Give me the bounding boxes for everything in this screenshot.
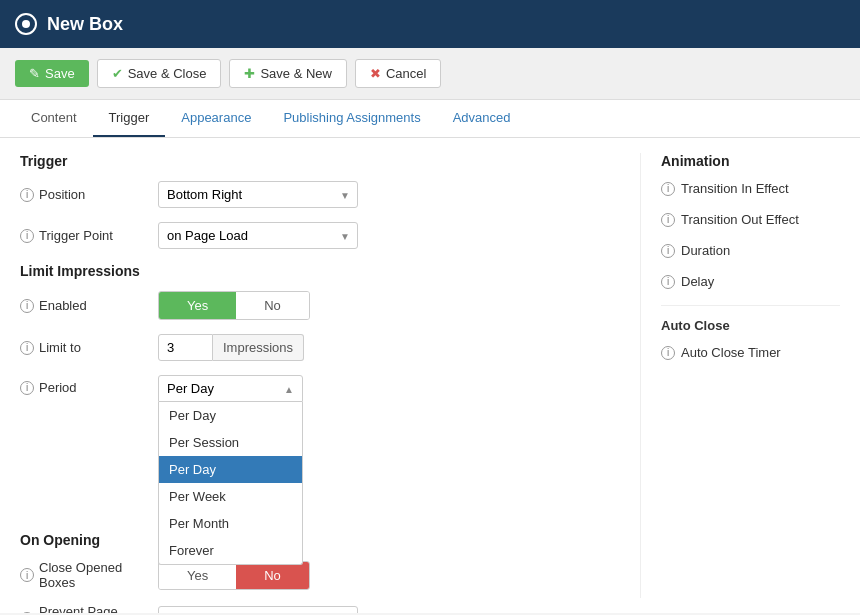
transition-out-label: Transition Out Effect: [681, 212, 799, 227]
save-icon: ✎: [29, 66, 40, 81]
position-select-wrapper: Bottom Right Bottom Left Top Right Top L…: [158, 181, 358, 208]
transition-in-row: i Transition In Effect: [661, 181, 840, 196]
save-new-button[interactable]: ✚ Save & New: [229, 59, 347, 88]
close-opened-yes-button[interactable]: Yes: [159, 562, 236, 589]
main-content: Trigger i Position Bottom Right Bottom L…: [0, 138, 860, 613]
period-option-forever[interactable]: Forever: [159, 537, 302, 564]
position-label: i Position: [20, 187, 150, 202]
period-info-icon[interactable]: i: [20, 381, 34, 395]
delay-label: Delay: [681, 274, 714, 289]
duration-label: Duration: [681, 243, 730, 258]
save-button[interactable]: ✎ Save: [15, 60, 89, 87]
page-title: New Box: [47, 14, 123, 35]
limit-to-input[interactable]: [158, 334, 213, 361]
trigger-point-select-wrapper: on Page Load on Exit Intent on Scroll on…: [158, 222, 358, 249]
transition-out-row: i Transition Out Effect: [661, 212, 840, 227]
cancel-button[interactable]: ✖ Cancel: [355, 59, 441, 88]
enabled-yes-button[interactable]: Yes: [159, 292, 236, 319]
app-icon: [15, 13, 37, 35]
auto-close-title: Auto Close: [661, 318, 840, 333]
cancel-icon: ✖: [370, 66, 381, 81]
position-info-icon[interactable]: i: [20, 188, 34, 202]
trigger-point-row: i Trigger Point on Page Load on Exit Int…: [20, 222, 610, 249]
prevent-scroll-label: i Prevent Page Scrolling: [20, 604, 150, 613]
prevent-scroll-row: i Prevent Page Scrolling Use Global Yes …: [20, 604, 610, 613]
delay-info-icon[interactable]: i: [661, 275, 675, 289]
transition-in-info-icon[interactable]: i: [661, 182, 675, 196]
on-opening-title: On Opening: [20, 532, 610, 548]
tab-advanced[interactable]: Advanced: [437, 100, 527, 137]
position-select[interactable]: Bottom Right Bottom Left Top Right Top L…: [158, 181, 358, 208]
period-option-per-day-1[interactable]: Per Day: [159, 402, 302, 429]
auto-close-timer-row: i Auto Close Timer: [661, 345, 840, 360]
enabled-toggle: Yes No: [158, 291, 310, 320]
trigger-point-info-icon[interactable]: i: [20, 229, 34, 243]
panel-divider: [661, 305, 840, 306]
tab-publishing[interactable]: Publishing Assignments: [267, 100, 436, 137]
close-opened-info-icon[interactable]: i: [20, 568, 34, 582]
delay-row: i Delay: [661, 274, 840, 289]
period-row: i Period Per Day ▲ Per Day Per Session P…: [20, 375, 610, 402]
animation-panel: Animation i Transition In Effect i Trans…: [640, 153, 840, 598]
limit-to-row: i Limit to Impressions: [20, 334, 610, 361]
prevent-scroll-select[interactable]: Use Global Yes No: [158, 606, 358, 614]
duration-row: i Duration: [661, 243, 840, 258]
tab-appearance[interactable]: Appearance: [165, 100, 267, 137]
prevent-scroll-select-wrapper: Use Global Yes No ▼: [158, 606, 358, 614]
period-option-per-day-2[interactable]: Per Day: [159, 456, 302, 483]
trigger-panel: Trigger i Position Bottom Right Bottom L…: [20, 153, 640, 598]
save-close-button[interactable]: ✔ Save & Close: [97, 59, 222, 88]
trigger-section-title: Trigger: [20, 153, 610, 169]
period-dropdown-display[interactable]: Per Day ▲: [158, 375, 303, 402]
transition-out-info-icon[interactable]: i: [661, 213, 675, 227]
period-option-per-week[interactable]: Per Week: [159, 483, 302, 510]
app-header: New Box: [0, 0, 860, 48]
period-dropdown-arrow: ▲: [284, 383, 294, 394]
enabled-row: i Enabled Yes No: [20, 291, 610, 320]
checkmark-icon: ✔: [112, 66, 123, 81]
enabled-no-button[interactable]: No: [236, 292, 309, 319]
enabled-info-icon[interactable]: i: [20, 299, 34, 313]
limit-to-info-icon[interactable]: i: [20, 341, 34, 355]
prevent-scroll-info-icon[interactable]: i: [20, 612, 34, 613]
close-opened-row: i Close Opened Boxes Yes No: [20, 560, 610, 590]
period-dropdown-wrapper: Per Day ▲ Per Day Per Session Per Day Pe…: [158, 375, 303, 402]
toolbar: ✎ Save ✔ Save & Close ✚ Save & New ✖ Can…: [0, 48, 860, 100]
tab-content[interactable]: Content: [15, 100, 93, 137]
trigger-point-select[interactable]: on Page Load on Exit Intent on Scroll on…: [158, 222, 358, 249]
period-dropdown-list: Per Day Per Session Per Day Per Week Per…: [158, 402, 303, 565]
plus-icon: ✚: [244, 66, 255, 81]
period-selected-value: Per Day: [167, 381, 214, 396]
trigger-point-label: i Trigger Point: [20, 228, 150, 243]
period-option-per-month[interactable]: Per Month: [159, 510, 302, 537]
limit-to-label: i Limit to: [20, 340, 150, 355]
tab-bar: Content Trigger Appearance Publishing As…: [0, 100, 860, 138]
period-label: i Period: [20, 375, 150, 395]
impressions-suffix: Impressions: [213, 334, 304, 361]
close-opened-no-button[interactable]: No: [236, 562, 309, 589]
position-row: i Position Bottom Right Bottom Left Top …: [20, 181, 610, 208]
close-opened-label: i Close Opened Boxes: [20, 560, 150, 590]
animation-section-title: Animation: [661, 153, 840, 169]
auto-close-timer-info-icon[interactable]: i: [661, 346, 675, 360]
auto-close-timer-label: Auto Close Timer: [681, 345, 781, 360]
enabled-label: i Enabled: [20, 298, 150, 313]
tab-trigger[interactable]: Trigger: [93, 100, 166, 137]
limit-to-group: Impressions: [158, 334, 304, 361]
period-option-per-session[interactable]: Per Session: [159, 429, 302, 456]
transition-in-label: Transition In Effect: [681, 181, 789, 196]
limit-impressions-title: Limit Impressions: [20, 263, 610, 279]
duration-info-icon[interactable]: i: [661, 244, 675, 258]
